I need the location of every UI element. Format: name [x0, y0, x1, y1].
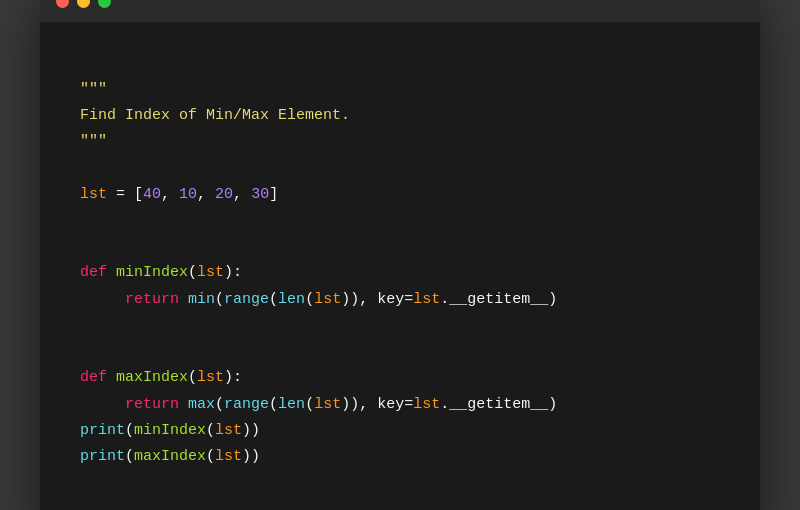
print2-inner-arg: lst [215, 448, 242, 465]
dunder1: lst [413, 291, 440, 308]
lst-eq: = [ [107, 186, 143, 203]
print2-inner-paren1: ( [206, 448, 215, 465]
len2-arg: lst [314, 396, 341, 413]
print1-inner-arg: lst [215, 422, 242, 439]
max-call-paren1: ( [215, 396, 224, 413]
len1-paren2: )) [341, 291, 359, 308]
print1-inner-paren2: )) [242, 422, 260, 439]
titlebar [40, 0, 760, 22]
lst-comma3: , [233, 186, 251, 203]
builtin-max: max [188, 396, 215, 413]
docstring-close: """ [80, 133, 107, 150]
dunder2-attr: .__getitem__ [440, 396, 548, 413]
dunder2: lst [413, 396, 440, 413]
print1-paren1: ( [125, 422, 134, 439]
len2-paren1: ( [305, 396, 314, 413]
docstring-open: """ [80, 81, 107, 98]
lst-num4: 30 [251, 186, 269, 203]
lst-bracket-close: ] [269, 186, 278, 203]
len1-paren1: ( [305, 291, 314, 308]
builtin-min: min [188, 291, 215, 308]
lst-num3: 20 [215, 186, 233, 203]
len2-paren2: )) [341, 396, 359, 413]
docstring-body: Find Index of Min/Max Element. [80, 107, 350, 124]
close-button[interactable] [56, 0, 69, 8]
lst-num2: 10 [179, 186, 197, 203]
min-paren2: ): [224, 264, 242, 281]
return1-keyword: return [125, 291, 179, 308]
min-call-paren2: ) [548, 291, 557, 308]
lst-num1: 40 [143, 186, 161, 203]
builtin-len1: len [278, 291, 305, 308]
max-call-paren2: ) [548, 396, 557, 413]
print2-paren1: ( [125, 448, 134, 465]
builtin-range2: range [224, 396, 269, 413]
dunder1-attr: .__getitem__ [440, 291, 548, 308]
code-editor: """ Find Index of Min/Max Element. """ l… [40, 22, 760, 510]
lst-varname: lst [80, 186, 107, 203]
def2-keyword: def [80, 369, 107, 386]
key-kw2: key= [377, 396, 413, 413]
key-comma2: , [359, 396, 377, 413]
max-param: lst [197, 369, 224, 386]
print2-inner-paren2: )) [242, 448, 260, 465]
maximize-button[interactable] [98, 0, 111, 8]
len1-arg: lst [314, 291, 341, 308]
print1-inner-paren1: ( [206, 422, 215, 439]
print2-call: print [80, 448, 125, 465]
code-window: """ Find Index of Min/Max Element. """ l… [40, 0, 760, 510]
range2-paren1: ( [269, 396, 278, 413]
print1-call: print [80, 422, 125, 439]
return2-keyword: return [125, 396, 179, 413]
key-comma1: , [359, 291, 377, 308]
range1-paren1: ( [269, 291, 278, 308]
minimize-button[interactable] [77, 0, 90, 8]
min-call-paren1: ( [215, 291, 224, 308]
max-func-name: maxIndex [116, 369, 188, 386]
max-paren2: ): [224, 369, 242, 386]
min-paren1: ( [188, 264, 197, 281]
print2-arg: maxIndex [134, 448, 206, 465]
min-param: lst [197, 264, 224, 281]
lst-comma1: , [161, 186, 179, 203]
lst-comma2: , [197, 186, 215, 203]
min-func-name: minIndex [116, 264, 188, 281]
builtin-len2: len [278, 396, 305, 413]
print1-arg: minIndex [134, 422, 206, 439]
key-kw1: key= [377, 291, 413, 308]
def1-keyword: def [80, 264, 107, 281]
builtin-range1: range [224, 291, 269, 308]
max-paren1: ( [188, 369, 197, 386]
